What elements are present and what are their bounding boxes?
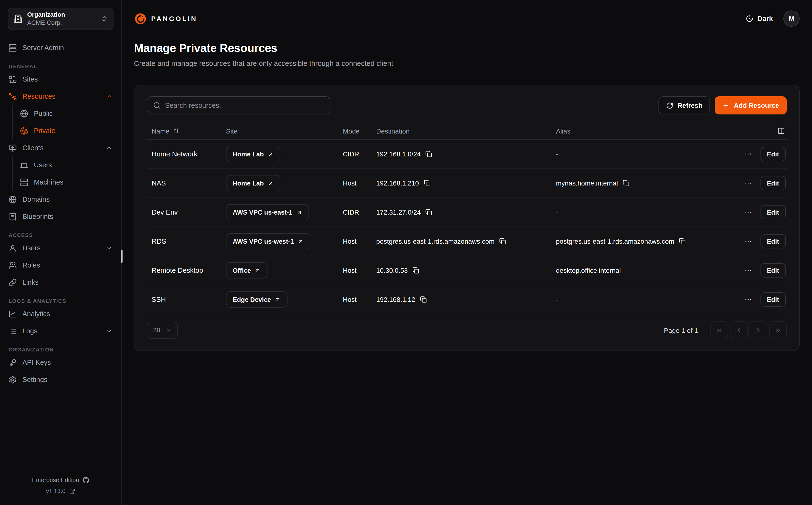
moon-icon [746,15,753,22]
row-menu-button[interactable] [743,179,753,187]
search-box[interactable] [147,96,331,115]
refresh-icon [666,102,673,109]
org-selector[interactable]: Organization ACME Corp. [8,8,114,30]
theme-toggle[interactable]: Dark [746,15,773,22]
edit-button[interactable]: Edit [760,292,786,307]
avatar[interactable]: M [783,10,800,27]
first-page-button[interactable] [710,321,728,339]
row-menu-button[interactable] [743,267,753,274]
row-menu-button[interactable] [743,208,753,216]
sidebar-item-analytics[interactable]: Analytics [8,305,114,322]
users-icon [9,261,17,269]
sidebar-footer: Enterprise Edition v1.13.0 [8,477,114,496]
resource-destination: postgres.us-east-1.rds.amazonaws.com [376,237,494,245]
version-line[interactable]: v1.13.0 [8,488,114,495]
sidebar-item-links[interactable]: Links [8,274,114,291]
row-menu-button[interactable] [743,150,753,158]
globe-lock-icon [20,127,28,135]
site-link[interactable]: AWS VPC us-west-1 [226,233,311,249]
prev-page-button[interactable] [730,321,748,339]
resource-alias: - [556,150,558,158]
sidebar-item-clients[interactable]: Clients [8,139,114,156]
edit-button[interactable]: Edit [760,234,786,248]
github-icon [82,477,89,484]
sidebar-item-client-users[interactable]: Users [19,156,114,174]
columns-icon[interactable] [778,127,785,135]
sidebar-item-logs[interactable]: Logs [8,322,114,340]
sidebar-item-roles[interactable]: Roles [8,257,114,274]
column-header-name[interactable]: Name [147,127,221,135]
edit-button[interactable]: Edit [760,263,786,278]
sidebar-item-sites[interactable]: Sites [8,70,114,88]
copy-icon [499,238,506,244]
pangolin-logo-icon [134,12,147,25]
brand-logo[interactable]: PANGOLIN [134,12,197,25]
site-link[interactable]: AWS VPC us-east-1 [226,204,309,220]
refresh-button[interactable]: Refresh [658,96,710,115]
site-link[interactable]: Edge Device [226,291,288,308]
chevrons-right-icon [774,327,782,334]
alias-copy-button[interactable] [623,180,629,186]
site-link[interactable]: Home Lab [226,175,280,191]
resource-name: Dev Env [147,208,221,216]
page-size-select[interactable]: 20 [147,322,178,339]
table-row: SSH Edge Device Host 192.168.1.12 [147,285,787,314]
sidebar-resize-handle[interactable] [121,250,123,263]
last-page-button[interactable] [769,321,787,339]
sidebar-item-api-keys[interactable]: API Keys [8,354,114,371]
sidebar-item-users[interactable]: Users [8,239,114,257]
main-content: PANGOLIN Dark M Manage Private Resources… [122,0,812,505]
resource-name: Home Network [147,150,221,158]
destination-copy-button[interactable] [426,209,432,215]
copy-icon [426,209,432,215]
sidebar-item-settings[interactable]: Settings [8,371,114,388]
link-icon [9,278,17,286]
edition-line[interactable]: Enterprise Edition [8,477,114,484]
card-toolbar: Refresh Add Resource [147,96,787,115]
waypoints-icon [9,92,17,101]
sidebar-item-domains[interactable]: Domains [8,191,114,208]
site-link[interactable]: Home Lab [226,146,280,162]
sort-icon [173,128,180,134]
sidebar-item-machines[interactable]: Machines [19,174,114,191]
table-body: Home Network Home Lab CIDR 192.168.1.0/2… [147,140,787,314]
edit-button[interactable]: Edit [760,176,786,190]
chevron-down-icon [106,244,113,251]
row-menu-button[interactable] [743,296,753,303]
chevron-up-icon [106,93,113,100]
column-header-destination: Destination [371,127,551,135]
destination-copy-button[interactable] [412,267,419,274]
row-menu-button[interactable] [743,237,753,245]
sidebar-item-resources[interactable]: Resources [8,88,114,105]
server-icon [9,44,17,52]
sites-icon [9,75,17,83]
next-page-button[interactable] [750,321,767,339]
column-header-site: Site [221,127,338,135]
section-label-general: GENERAL [9,63,113,69]
chevrons-up-down-icon [100,15,108,22]
resource-alias: postgres.us-east-1.rds.amazonaws.com [556,237,674,245]
sidebar-item-public[interactable]: Public [19,105,114,122]
destination-copy-button[interactable] [426,151,432,157]
destination-copy-button[interactable] [499,238,506,244]
destination-copy-button[interactable] [420,296,427,303]
ellipsis-icon [744,237,752,245]
resource-name: SSH [147,296,221,303]
receipt-icon [9,212,17,220]
ellipsis-icon [744,296,752,303]
destination-copy-button[interactable] [424,180,430,186]
search-input[interactable] [165,102,324,109]
edit-button[interactable]: Edit [760,205,786,219]
edit-button[interactable]: Edit [760,147,786,161]
add-resource-button[interactable]: Add Resource [715,96,787,115]
sidebar-item-blueprints[interactable]: Blueprints [8,208,114,225]
resource-mode: Host [338,237,371,245]
chevron-down-icon [166,327,172,333]
site-link[interactable]: Office [226,262,268,279]
sidebar-item-private[interactable]: Private [19,122,114,139]
page-subtitle: Create and manage resources that are onl… [134,59,800,67]
alias-copy-button[interactable] [679,238,686,244]
sidebar-item-server-admin[interactable]: Server Admin [8,39,114,56]
plus-icon [723,102,730,109]
copy-icon [420,296,427,303]
